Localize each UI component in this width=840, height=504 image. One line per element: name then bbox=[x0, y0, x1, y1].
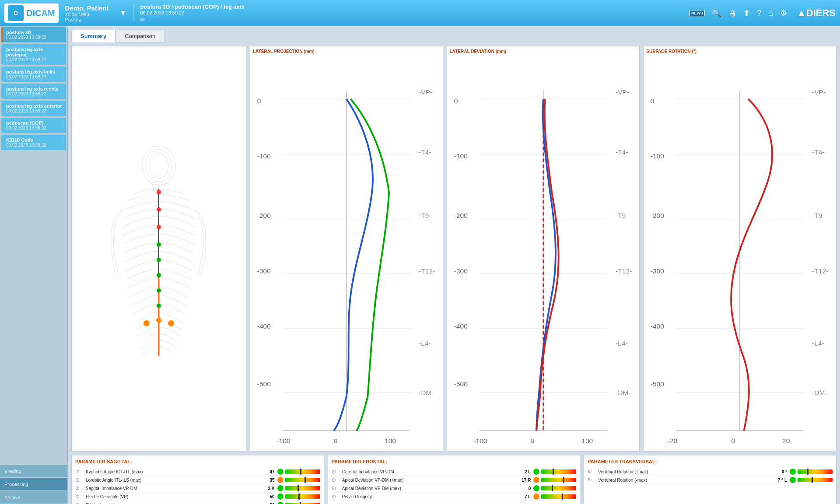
param-row: ⊙ Apical Deviation VP-DM (+max) 17 R bbox=[332, 476, 577, 484]
sidebar-item-leg-posterior[interactable]: postura leg axis posterior 06.02.2023 13… bbox=[1, 44, 66, 65]
svg-text:-T9-: -T9- bbox=[812, 212, 825, 219]
param-name: Apical Deviation VP-DM (+max) bbox=[342, 478, 514, 483]
logo-area: D DICAM bbox=[4, 4, 59, 23]
param-row: ⊙ Sagittal Imbalance VP-DM 2 A bbox=[75, 484, 320, 493]
patient-type: Postura bbox=[65, 17, 109, 22]
svg-text:0: 0 bbox=[530, 438, 534, 445]
param-name: Apical Deviation VP-DM (max) bbox=[342, 486, 514, 491]
svg-text:100: 100 bbox=[385, 438, 396, 445]
param-name: Flèche Cervicale (VP) bbox=[86, 494, 257, 499]
spine-icon: ⊙ bbox=[332, 477, 340, 483]
indicator-green bbox=[790, 477, 796, 483]
settings-button[interactable]: ⚙ bbox=[778, 7, 789, 20]
sidebar-item-date: 06.02.2023 13:59:22 bbox=[6, 108, 63, 113]
diers-logo: ▲DIERS bbox=[797, 7, 836, 19]
svg-text:-T9-: -T9- bbox=[616, 212, 628, 219]
param-row: ⊙ Kyphotic Angle ICT-ITL (max) 47 bbox=[75, 468, 320, 476]
svg-text:-VP-: -VP- bbox=[419, 88, 432, 96]
svg-text:100: 100 bbox=[581, 438, 593, 445]
print-button[interactable]: 🖨 bbox=[727, 7, 738, 20]
lateral-projection-chart: 0 -100 -200 -300 -400 -500 -VP- -T4- -T9… bbox=[253, 56, 440, 448]
param-frontal-title: PARAMETER FRONTAL: bbox=[332, 459, 577, 464]
sidebar-item-date: 06.02.2023 13:59:22 bbox=[6, 57, 63, 62]
sidebar-archive-button[interactable]: Archive bbox=[0, 491, 67, 504]
sidebar-item-postura3d[interactable]: postura 3D 06.02.2023 13:59:22 bbox=[1, 27, 66, 42]
indicator-green bbox=[277, 485, 284, 491]
svg-text:-T4-: -T4- bbox=[616, 148, 628, 156]
lateral-deviation-chart: 0 -100 -200 -300 -400 -500 -VP- -T4- -T9… bbox=[450, 56, 637, 448]
sidebar-item-icd10[interactable]: ICD10 Code 06.02.2023 13:59:22 bbox=[1, 135, 66, 150]
svg-text:-400: -400 bbox=[454, 322, 467, 330]
svg-text:0: 0 bbox=[651, 97, 654, 105]
svg-text:-T12-: -T12- bbox=[616, 267, 632, 275]
svg-text:-DM-: -DM- bbox=[812, 389, 827, 396]
news-button[interactable]: NEWS bbox=[688, 8, 707, 18]
news-badge: NEWS bbox=[690, 10, 705, 16]
patient-info: Demo, Patient 20.05.1990 Postura bbox=[65, 4, 109, 22]
param-row: ⊙ Flèche Cervicale (VP) 50 bbox=[75, 493, 320, 501]
svg-point-10 bbox=[157, 273, 161, 277]
param-sagittal-title: PARAMETER SAGITTAL: bbox=[75, 459, 320, 464]
header: D DICAM Demo, Patient 20.05.1990 Postura… bbox=[0, 0, 840, 26]
svg-text:-400: -400 bbox=[651, 322, 664, 330]
sidebar-item-title: postura leg axis posterior bbox=[6, 47, 63, 57]
home-button[interactable]: ⌂ bbox=[766, 7, 775, 20]
svg-text:-300: -300 bbox=[454, 267, 467, 275]
svg-point-14 bbox=[144, 320, 150, 326]
sidebar-item-leg-links[interactable]: postura leg axis links 06.02.2023 13:59:… bbox=[1, 66, 66, 82]
patient-dropdown-arrow[interactable]: ▼ bbox=[120, 9, 127, 17]
svg-point-5 bbox=[157, 190, 161, 194]
spine-icon: ⊙ bbox=[75, 494, 84, 500]
sidebar-processing-button[interactable]: Processing bbox=[0, 478, 67, 490]
param-sagittal-panel: PARAMETER SAGITTAL: ⊙ Kyphotic Angle ICT… bbox=[71, 455, 324, 504]
param-value: 7 L bbox=[513, 494, 531, 499]
svg-text:-400: -400 bbox=[257, 322, 271, 330]
param-value: 47 bbox=[257, 469, 275, 474]
sidebar-item-date: 06.02.2023 13:59:22 bbox=[6, 35, 63, 40]
param-row: ↻ Vertebral Rotation (-max) 7 ° L bbox=[588, 476, 833, 484]
spine-icon: ⊙ bbox=[75, 502, 84, 504]
sidebar-item-leg-anterior[interactable]: postura leg axis anterior 06.02.2023 13:… bbox=[1, 101, 66, 116]
search-button[interactable]: 🔍 bbox=[710, 7, 723, 20]
svg-text:-200: -200 bbox=[651, 212, 664, 219]
svg-text:-VP-: -VP- bbox=[616, 88, 629, 96]
color-bar bbox=[798, 478, 833, 482]
svg-point-8 bbox=[157, 242, 161, 247]
svg-point-9 bbox=[157, 258, 161, 262]
svg-point-11 bbox=[157, 288, 161, 293]
tab-comparison[interactable]: Comparison bbox=[116, 30, 164, 42]
color-bar bbox=[541, 486, 576, 490]
help-button[interactable]: ? bbox=[755, 7, 763, 20]
param-frontal-panel: PARAMETER FRONTAL: ⊙ Coronal Imbalance V… bbox=[328, 455, 581, 504]
color-bar bbox=[285, 486, 320, 490]
param-value: 2 L bbox=[513, 469, 531, 474]
params-row: PARAMETER SAGITTAL: ⊙ Kyphotic Angle ICT… bbox=[71, 455, 836, 504]
tabs: Summary Comparison bbox=[71, 30, 836, 42]
sidebar-item-leg-rechts[interactable]: postura leg axis rechts 06.02.2023 13:59… bbox=[1, 84, 66, 99]
sidebar-viewing-button[interactable]: Viewing bbox=[0, 465, 67, 477]
lateral-projection-title: LATERAL PROJECTION (mm) bbox=[253, 49, 440, 54]
param-row: ⊙ Pelvic Obliquity 7 L bbox=[332, 493, 577, 501]
svg-text:-100: -100 bbox=[257, 152, 271, 160]
sidebar-item-title: ICD10 Code bbox=[6, 137, 63, 143]
color-bar bbox=[541, 478, 576, 482]
scan-date: 06.02.2023 13:59:22 bbox=[140, 10, 244, 15]
param-name: Vertebral Rotation (+max) bbox=[598, 469, 770, 474]
indicator-green bbox=[790, 469, 796, 475]
param-value: 0 ° bbox=[770, 469, 787, 474]
sidebar: postura 3D 06.02.2023 13:59:22 postura l… bbox=[0, 26, 68, 504]
spine-icon: ⊙ bbox=[332, 494, 340, 500]
svg-text:-L4-: -L4- bbox=[616, 340, 628, 347]
export-button[interactable]: ⬆ bbox=[742, 7, 752, 20]
param-name: Lordotic Angle ITL-ILS (max) bbox=[86, 478, 257, 483]
svg-text:-T9-: -T9- bbox=[419, 212, 431, 219]
panels-row: LATERAL PROJECTION (mm) 0 -100 -200 -300… bbox=[71, 46, 836, 452]
sidebar-item-title: pedoscan (COP) bbox=[6, 120, 63, 126]
tab-summary[interactable]: Summary bbox=[71, 30, 116, 42]
indicator-green bbox=[277, 502, 284, 504]
color-bar bbox=[798, 469, 833, 474]
sidebar-item-date: 06.02.2023 13:59:22 bbox=[6, 143, 63, 147]
svg-text:-200: -200 bbox=[454, 212, 467, 219]
edit-icon[interactable]: ✏ bbox=[140, 16, 244, 23]
sidebar-item-pedoscan[interactable]: pedoscan (COP) 06.02.2023 13:59:22 bbox=[1, 118, 66, 133]
